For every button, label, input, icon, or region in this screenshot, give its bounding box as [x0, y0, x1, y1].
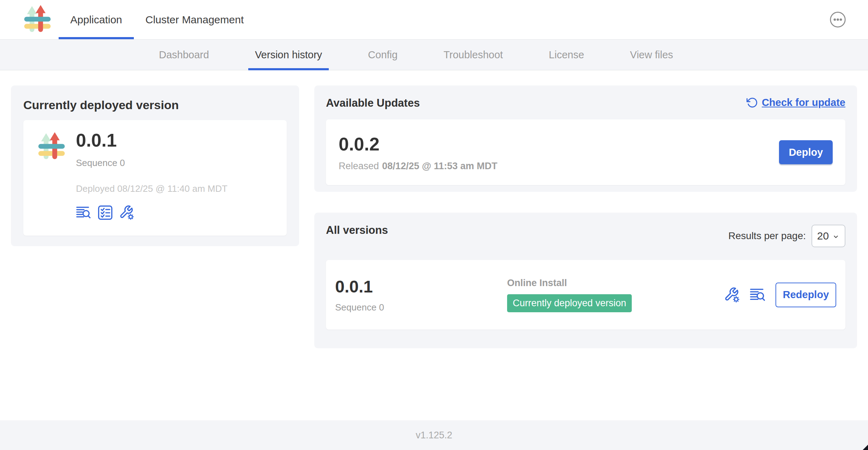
version-row: 0.0.1 Sequence 0 Online Install Currentl…: [326, 260, 845, 330]
ellipsis-circle-icon: [830, 11, 846, 28]
tab-license[interactable]: License: [542, 40, 591, 70]
released-prefix: Released: [339, 161, 379, 171]
top-navbar: Application Cluster Management: [0, 0, 868, 40]
currently-deployed-card: Currently deployed version 0.0.1 Sequenc…: [11, 85, 299, 246]
footer: v1.125.2: [0, 420, 868, 450]
tab-cluster-management[interactable]: Cluster Management: [134, 0, 255, 39]
row-sequence-label: Sequence 0: [335, 302, 507, 313]
preflight-checklist-icon[interactable]: [97, 205, 113, 220]
deployed-version-number: 0.0.1: [76, 129, 227, 152]
row-version-number: 0.0.1: [335, 277, 507, 296]
tab-version-history-label: Version history: [255, 49, 322, 61]
install-type-label: Online Install: [507, 278, 632, 289]
deployed-sequence-label: Sequence 0: [76, 158, 227, 168]
currently-deployed-badge: Currently deployed version: [507, 294, 632, 312]
tab-config-label: Config: [368, 49, 398, 61]
tab-dashboard-label: Dashboard: [159, 49, 209, 61]
results-per-page-value: 20: [817, 230, 829, 242]
results-per-page-label: Results per page:: [729, 230, 806, 242]
overflow-menu-button[interactable]: [830, 11, 846, 28]
top-nav-tabs: Application Cluster Management: [59, 0, 255, 39]
update-released-label: Released08/12/25 @ 11:53 am MDT: [339, 161, 498, 172]
released-date: 08/12/25 @ 11:53 am MDT: [382, 161, 498, 171]
edit-config-wrench-icon[interactable]: [119, 205, 135, 220]
tab-application[interactable]: Application: [59, 0, 134, 39]
currently-deployed-title: Currently deployed version: [23, 98, 287, 112]
view-logs-icon[interactable]: [750, 287, 766, 303]
app-logo-icon: [21, 3, 54, 36]
results-per-page-select[interactable]: 20: [811, 225, 845, 247]
available-updates-title: Available Updates: [326, 97, 420, 109]
tab-view-files-label: View files: [630, 49, 673, 61]
deployed-version-panel: 0.0.1 Sequence 0 Deployed 08/12/25 @ 11:…: [23, 120, 287, 236]
check-for-update-label: Check for update: [762, 97, 845, 108]
update-version-number: 0.0.2: [339, 133, 498, 156]
edit-config-wrench-icon[interactable]: [724, 287, 740, 303]
redeploy-button[interactable]: Redeploy: [775, 283, 836, 307]
deploy-button[interactable]: Deploy: [779, 140, 833, 164]
screen-corner-artifact: [863, 445, 868, 450]
tab-config[interactable]: Config: [361, 40, 404, 70]
refresh-icon: [747, 97, 758, 108]
console-version-label: v1.125.2: [416, 430, 452, 441]
app-logo-icon: [35, 130, 68, 164]
app-sub-navbar: Dashboard Version history Config Trouble…: [0, 40, 868, 70]
all-versions-title: All versions: [326, 224, 388, 237]
tab-version-history[interactable]: Version history: [248, 40, 329, 70]
tab-troubleshoot[interactable]: Troubleshoot: [437, 40, 510, 70]
tab-application-label: Application: [70, 14, 122, 26]
available-updates-card: Available Updates Check for update 0.0.2…: [314, 85, 857, 192]
update-row: 0.0.2 Released08/12/25 @ 11:53 am MDT De…: [326, 119, 845, 185]
chevron-down-icon: [832, 233, 840, 241]
tab-view-files[interactable]: View files: [623, 40, 680, 70]
tab-troubleshoot-label: Troubleshoot: [444, 49, 503, 61]
tab-license-label: License: [549, 49, 584, 61]
tab-dashboard[interactable]: Dashboard: [152, 40, 216, 70]
main-content: Currently deployed version 0.0.1 Sequenc…: [0, 70, 868, 420]
all-versions-card: All versions Results per page: 20 0.0.1 …: [314, 213, 857, 348]
deployed-date-label: Deployed 08/12/25 @ 11:40 am MDT: [76, 183, 227, 194]
check-for-update-link[interactable]: Check for update: [747, 97, 845, 108]
view-logs-icon[interactable]: [76, 205, 91, 220]
tab-cluster-management-label: Cluster Management: [145, 14, 244, 26]
